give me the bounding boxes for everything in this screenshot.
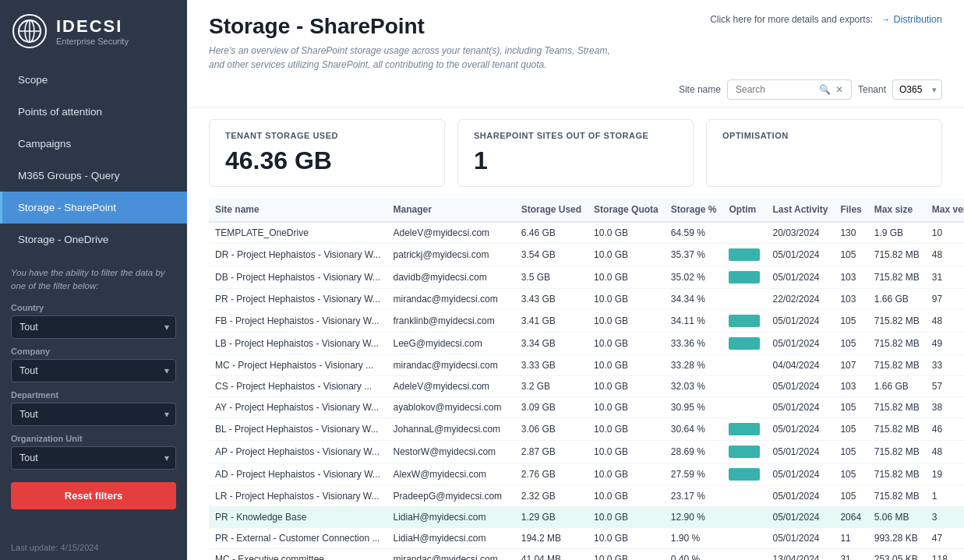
sidebar-nav: Scope Points of attention Campaigns M365… [0,64,187,255]
table-row[interactable]: LR - Project Hephaistos - Visionary W...… [209,486,964,507]
table-row[interactable]: PR - Project Hephaistos - Visionary W...… [209,289,964,310]
sidebar-item-onedrive[interactable]: Storage - OneDrive [0,224,187,255]
kpi-sites-label: SHAREPOINT SITES OUT OF STORAGE [474,131,677,140]
kpi-optimisation: OPTIMISATION [706,119,942,187]
table-row[interactable]: TEMPLATE_OneDriveAdeleV@myidecsi.com6.46… [209,222,964,244]
filter-label-department: Department [11,390,176,400]
distribution-button[interactable]: → Distribution [881,14,942,25]
filter-info: You have the ability to filter the data … [11,266,176,294]
sidebar-item-m365[interactable]: M365 Groups - Query [0,160,187,192]
filter-company-wrap: Tout [11,359,176,382]
click-more-text: Click here for more details and exports: [710,14,873,25]
page-title: Storage - SharePoint [209,14,425,39]
sidebar-item-scope[interactable]: Scope [0,64,187,96]
main-content: Storage - SharePoint Click here for more… [187,0,964,560]
filter-label-orgunit: Organization Unit [11,434,176,443]
page-subtitle: Here's an overview of SharePoint storage… [209,44,614,72]
logo-icon [12,14,47,48]
optim-bar [729,271,760,284]
table-row[interactable]: AD - Project Hephaistos - Visionary W...… [209,463,964,486]
table-row[interactable]: PR - Knowledge BaseLidiaH@myidecsi.com1.… [209,507,964,528]
sidebar-item-points[interactable]: Points of attention [0,96,187,128]
header-right: Click here for more details and exports:… [710,14,942,25]
table-row[interactable]: DR - Project Hephaistos - Visionary W...… [209,244,964,266]
table-row[interactable]: MC - Executive committeemirandac@myidecs… [209,549,964,561]
main-header: Storage - SharePoint Click here for more… [187,0,964,108]
table-row[interactable]: LB - Project Hephaistos - Visionary W...… [209,333,964,355]
search-box: 🔍 ✕ [727,79,852,100]
logo-text: IDECSI Enterprise Security [56,16,129,46]
col-optim[interactable]: Optim [722,198,766,222]
col-max-version[interactable]: Max version [926,198,964,222]
col-last-activity[interactable]: Last Activity [766,198,834,222]
filter-department-select[interactable]: Tout [11,403,176,426]
col-storage-used[interactable]: Storage Used [515,198,588,222]
sidebar-item-sharepoint[interactable]: Storage - SharePoint [0,192,187,224]
kpi-tenant-label: TENANT STORAGE USED [225,131,429,140]
tenant-dropdown-wrap: O365 [892,79,942,100]
arrow-right-icon: → [881,14,891,25]
table-row[interactable]: BL - Project Hephaistos - Visionary W...… [209,418,964,441]
sidebar-filters: You have the ability to filter the data … [0,255,187,516]
distribution-label: Distribution [893,14,942,25]
search-icon: 🔍 [819,84,831,95]
sidebar-item-campaigns[interactable]: Campaigns [0,128,187,160]
kpi-optim-label: OPTIMISATION [722,131,926,140]
last-update: Last update: 4/15/2024 [11,543,99,552]
filter-company-select[interactable]: Tout [11,359,176,382]
filter-department-wrap: Tout [11,403,176,426]
filter-orgunit-select[interactable]: Tout [11,446,176,470]
kpi-row: TENANT STORAGE USED 46.36 GB SHAREPOINT … [187,108,964,198]
col-storage-quota[interactable]: Storage Quota [588,198,665,222]
table-section: Site name Manager Storage Used Storage Q… [187,198,964,560]
optim-bar [729,423,760,435]
kpi-sites-value: 1 [474,146,677,175]
sidebar: IDECSI Enterprise Security Scope Points … [0,0,187,560]
logo-subtitle: Enterprise Security [56,37,129,46]
table-row[interactable]: AY - Project Hephaistos - Visionary W...… [209,397,964,418]
filter-country-select[interactable]: Tout [11,315,176,339]
tenant-select[interactable]: O365 [892,79,942,100]
logo-title: IDECSI [56,16,129,37]
logo: IDECSI Enterprise Security [0,0,187,56]
kpi-tenant-storage: TENANT STORAGE USED 46.36 GB [209,119,445,187]
site-name-label: Site name [679,84,721,95]
filters-row: Site name 🔍 ✕ Tenant O365 [209,79,942,100]
col-storage-pct[interactable]: Storage % [665,198,723,222]
search-input[interactable] [736,84,814,95]
header-top: Storage - SharePoint Click here for more… [209,14,942,39]
table-row[interactable]: DB - Project Hephaistos - Visionary W...… [209,266,964,289]
filter-label-country: Country [11,303,176,312]
filter-orgunit-wrap: Tout [11,446,176,470]
clear-icon[interactable]: ✕ [835,84,843,95]
reset-filters-button[interactable]: Reset filters [11,482,176,509]
kpi-tenant-value: 46.36 GB [225,146,429,175]
table-header: Site name Manager Storage Used Storage Q… [209,198,964,222]
col-site-name[interactable]: Site name [209,198,387,222]
col-max-size[interactable]: Max size [868,198,926,222]
sidebar-footer: Last update: 4/15/2024 [0,535,187,560]
table-row[interactable]: PR - External - Customer Connection ...L… [209,528,964,549]
col-files[interactable]: Files [834,198,867,222]
filter-label-company: Company [11,347,176,356]
kpi-sites-out: SHAREPOINT SITES OUT OF STORAGE 1 [457,119,694,187]
col-manager[interactable]: Manager [387,198,515,222]
optim-bar [729,337,760,350]
data-table: Site name Manager Storage Used Storage Q… [209,198,964,560]
tenant-label: Tenant [858,84,886,95]
optim-bar [729,446,760,458]
table-row[interactable]: MC - Project Hephaistos - Visionary ...m… [209,355,964,376]
table-row[interactable]: CS - Project Hephaistos - Visionary ...A… [209,376,964,397]
optim-bar [729,248,760,261]
filter-country-wrap: Tout [11,315,176,339]
table-body: TEMPLATE_OneDriveAdeleV@myidecsi.com6.46… [209,222,964,560]
optim-bar [729,315,760,327]
optim-bar [729,468,760,481]
table-row[interactable]: AP - Project Hephaistos - Visionary W...… [209,441,964,463]
table-row[interactable]: FB - Project Hephaistos - Visionary W...… [209,310,964,333]
